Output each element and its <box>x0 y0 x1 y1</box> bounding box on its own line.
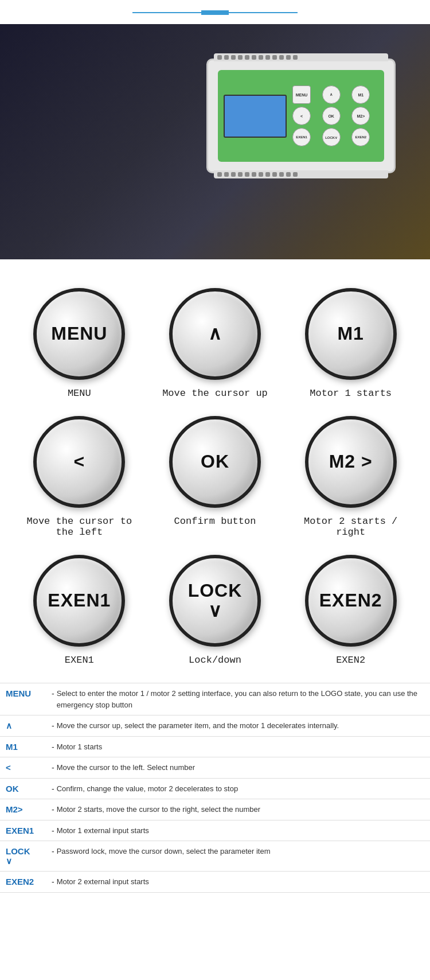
info-value: Password lock, move the cursor down, sel… <box>57 846 271 857</box>
info-dash: - <box>52 825 54 835</box>
info-value: Move the cursor up, select the parameter… <box>57 720 339 732</box>
exen2-btn-label: EXEN2 <box>336 655 365 666</box>
info-row-menu: MENU-Select to enter the motor 1 / motor… <box>0 683 430 715</box>
pin <box>224 55 229 60</box>
info-dash: - <box>52 720 54 730</box>
info-row-exen1: EXEN1-Motor 1 external input starts <box>0 820 430 842</box>
left-btn-item: <Move the cursor to the left <box>11 405 147 543</box>
device-screen <box>224 95 287 138</box>
dev-btn-lock: LOCK∨ <box>322 128 341 146</box>
info-dash: - <box>52 741 54 752</box>
up-btn-item: ∧Move the cursor up <box>147 277 283 405</box>
pin <box>265 172 270 177</box>
info-value: Select to enter the motor 1 / motor 2 se… <box>57 688 424 710</box>
terminal-top <box>214 53 388 61</box>
exen1-btn-label: EXEN1 <box>65 655 94 666</box>
lock-btn-item: LOCK ∨Lock/down <box>147 543 283 671</box>
m1-btn-inner-label: M1 <box>337 324 363 344</box>
dev-btn-ok: OK <box>322 107 341 125</box>
page-header <box>0 0 430 24</box>
ok-btn-circle[interactable]: OK <box>169 416 261 508</box>
ok-btn-inner-label: OK <box>201 452 229 472</box>
ok-btn-label: Confirm button <box>174 516 256 527</box>
device-inner: MENU ∧ M1 < OK M2> EXEN1 LOCK∨ EXEN2 <box>218 70 384 162</box>
pin <box>238 55 243 60</box>
info-value: Motor 2 starts, move the cursor to the r… <box>57 804 261 815</box>
info-row-: <-Move the cursor to the left. Select nu… <box>0 757 430 779</box>
m1-btn-label: Motor 1 starts <box>310 388 392 399</box>
info-dash: - <box>52 688 54 698</box>
info-value: Motor 1 starts <box>57 741 102 753</box>
info-row-m2: M2>-Motor 2 starts, move the cursor to t… <box>0 799 430 820</box>
info-key: < <box>6 762 52 772</box>
button-grid: MENUMENU∧Move the cursor upM1Motor 1 sta… <box>11 277 419 671</box>
up-btn-circle[interactable]: ∧ <box>169 288 261 380</box>
menu-btn-circle[interactable]: MENU <box>33 288 125 380</box>
exen2-btn-item: EXEN2EXEN2 <box>283 543 419 671</box>
pin <box>252 55 256 60</box>
info-key: LOCK ∨ <box>6 846 52 866</box>
pin <box>272 55 277 60</box>
pin <box>286 172 291 177</box>
m2-btn-label: Motor 2 starts / right <box>288 516 413 538</box>
hero-section: MENU ∧ M1 < OK M2> EXEN1 LOCK∨ EXEN2 <box>0 24 430 259</box>
device-buttons: MENU ∧ M1 < OK M2> EXEN1 LOCK∨ EXEN2 <box>292 85 378 146</box>
info-value: Confirm, change the value, motor 2 decel… <box>57 783 239 795</box>
pin <box>231 55 236 60</box>
pin <box>245 172 249 177</box>
dev-btn-menu: MENU <box>292 85 311 104</box>
pin <box>293 172 298 177</box>
info-key: OK <box>6 783 52 794</box>
dev-btn-left: < <box>292 107 311 125</box>
up-btn-inner-label: ∧ <box>208 324 222 344</box>
lock-btn-inner-label: LOCK ∨ <box>188 581 243 621</box>
info-row-ok: OK-Confirm, change the value, motor 2 de… <box>0 779 430 800</box>
exen2-btn-inner-label: EXEN2 <box>319 590 382 610</box>
m2-btn-item: M2 >Motor 2 starts / right <box>283 405 419 543</box>
info-key: MENU <box>6 688 52 698</box>
up-btn-label: Move the cursor up <box>162 388 268 399</box>
m1-btn-item: M1Motor 1 starts <box>283 277 419 405</box>
header-line-right <box>229 12 298 13</box>
info-value: Motor 2 external input starts <box>57 876 149 888</box>
pin <box>293 55 298 60</box>
info-row-exen2: EXEN2-Motor 2 external input starts <box>0 872 430 893</box>
info-value: Motor 1 external input starts <box>57 825 149 837</box>
page-title <box>201 10 229 15</box>
left-btn-circle[interactable]: < <box>33 416 125 508</box>
exen1-btn-inner-label: EXEN1 <box>48 590 111 610</box>
info-key: EXEN1 <box>6 825 52 835</box>
pin <box>224 172 229 177</box>
title-wrap <box>0 10 430 15</box>
m1-btn-circle[interactable]: M1 <box>305 288 397 380</box>
info-key: ∧ <box>6 720 52 731</box>
pin <box>279 172 284 177</box>
device-illustration: MENU ∧ M1 < OK M2> EXEN1 LOCK∨ EXEN2 <box>206 59 396 196</box>
terminal-bottom <box>214 170 388 178</box>
lock-btn-label: Lock/down <box>189 655 241 666</box>
info-dash: - <box>52 876 54 886</box>
info-dash: - <box>52 804 54 814</box>
left-btn-inner-label: < <box>73 452 85 472</box>
dev-btn-m2: M2> <box>351 107 370 125</box>
info-row-m1: M1-Motor 1 starts <box>0 737 430 758</box>
lock-btn-circle[interactable]: LOCK ∨ <box>169 555 261 647</box>
info-dash: - <box>52 762 54 772</box>
menu-btn-label: MENU <box>68 388 91 399</box>
pin <box>286 55 291 60</box>
exen1-btn-item: EXEN1EXEN1 <box>11 543 147 671</box>
m2-btn-circle[interactable]: M2 > <box>305 416 397 508</box>
info-dash: - <box>52 783 54 794</box>
info-row-lock: LOCK ∨-Password lock, move the cursor do… <box>0 841 430 872</box>
exen2-btn-circle[interactable]: EXEN2 <box>305 555 397 647</box>
left-btn-label: Move the cursor to the left <box>17 516 142 538</box>
pin <box>217 172 222 177</box>
pin <box>217 55 222 60</box>
pin <box>252 172 256 177</box>
exen1-btn-circle[interactable]: EXEN1 <box>33 555 125 647</box>
pin <box>259 172 263 177</box>
ok-btn-item: OKConfirm button <box>147 405 283 543</box>
pin <box>265 55 270 60</box>
header-line-left <box>132 12 201 13</box>
button-grid-section: MENUMENU∧Move the cursor upM1Motor 1 sta… <box>0 259 430 677</box>
